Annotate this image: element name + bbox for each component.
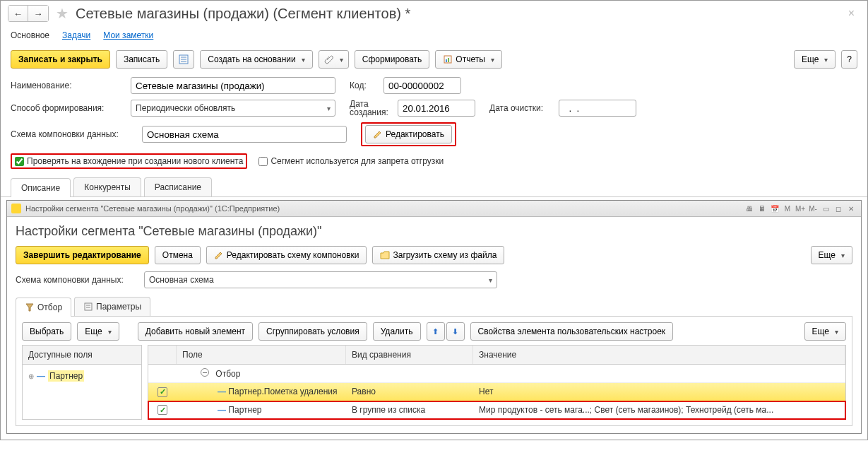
add-new-element-button[interactable]: Добавить новый элемент [138, 322, 253, 341]
reports-button[interactable]: Отчеты [435, 50, 501, 69]
inner-schema-value: Основная схема [149, 275, 214, 285]
row2-val: Мир продуктов - сеть мага...; Свет (сеть… [473, 401, 845, 418]
validate-checkbox-label: Проверять на вхождение при создании ново… [27, 156, 243, 166]
m-plus-button[interactable]: M+ [795, 203, 806, 214]
inner-titlebar-controls: 🖶 🖩 📅 M M+ M- ▭ ◻ ✕ [744, 203, 857, 214]
user-settings-props-button[interactable]: Свойства элемента пользовательских настр… [470, 322, 674, 341]
method-select[interactable]: Периодически обновлять [131, 100, 335, 117]
load-schema-from-file-button[interactable]: Загрузить схему из файла [372, 246, 504, 264]
code-input[interactable] [384, 77, 461, 94]
print-icon[interactable]: 🖶 [744, 203, 755, 214]
collapse-icon[interactable] [201, 368, 209, 377]
move-down-button[interactable]: ⬇ [446, 322, 465, 341]
schema-label: Схема компоновки данных: [11, 129, 136, 139]
favorite-star-icon[interactable]: ★ [56, 5, 69, 22]
available-fields-tree: ⊕ — Партнер [23, 365, 141, 387]
edit-icon [214, 250, 224, 260]
inner-toolbar: Завершить редактирование Отмена Редактир… [16, 246, 852, 264]
edit-composition-schema-button[interactable]: Редактировать схему компоновки [206, 246, 367, 264]
row-checkbox[interactable]: ✓ [157, 405, 167, 415]
available-fields-header: Доступные поля [23, 346, 141, 365]
inner-title: Настройки сегмента "Сетевые магазины (пр… [16, 224, 852, 239]
inner-more-button[interactable]: Еще [811, 246, 852, 264]
cleared-input[interactable] [559, 100, 636, 117]
filter-tab-params[interactable]: Параметры [74, 297, 150, 316]
tab-main[interactable]: Основное [11, 30, 49, 40]
tree-row-partner[interactable]: ⊕ — Партнер [28, 370, 136, 382]
attach-dropdown-button[interactable] [319, 50, 349, 69]
row-method: Способ формирования: Периодически обновл… [1, 97, 867, 119]
method-label: Способ формирования: [11, 103, 125, 113]
subtab-schedule[interactable]: Расписание [144, 177, 212, 196]
load-schema-label: Загрузить схему из файла [393, 250, 497, 260]
tree-label-partner: Партнер [48, 370, 84, 382]
help-button[interactable]: ? [841, 50, 857, 69]
calc-icon[interactable]: 🖩 [756, 203, 768, 214]
ban-checkbox[interactable] [258, 157, 268, 166]
grid-row-partner[interactable]: ✓ — Партнер В группе из списка Мир проду… [148, 401, 845, 420]
name-input[interactable] [131, 77, 335, 94]
delete-button[interactable]: Удалить [373, 322, 421, 341]
save-and-close-button[interactable]: Записать и закрыть [11, 50, 110, 69]
title-bar: ← → ★ Сетевые магазины (продажи) (Сегмен… [1, 1, 867, 26]
schema-input[interactable] [142, 126, 347, 143]
field-icon: — [218, 405, 226, 415]
app-1c-icon [11, 204, 21, 213]
tab-notes[interactable]: Мои заметки [103, 30, 153, 40]
available-fields-pane: Доступные поля ⊕ — Партнер [22, 345, 142, 420]
group-conditions-button[interactable]: Сгруппировать условия [258, 322, 367, 341]
method-value: Периодически обновлять [136, 103, 235, 113]
expand-icon[interactable]: ⊕ [28, 372, 34, 380]
save-button[interactable]: Записать [116, 50, 167, 69]
create-based-on-button[interactable]: Создать на основании [200, 50, 313, 69]
row1-val: Нет [473, 383, 845, 400]
maximize-icon[interactable]: ◻ [833, 203, 844, 214]
name-label: Наименование: [11, 81, 125, 90]
svg-rect-6 [448, 58, 449, 62]
filter-tab-params-label: Параметры [96, 302, 141, 312]
inner-titlebar-text: Настройки сегмента "Сетевые магазины (пр… [25, 204, 280, 213]
row2-field: Партнер [228, 405, 261, 415]
minimize-icon[interactable]: ▭ [820, 203, 831, 214]
edit-schema-button[interactable]: Редактировать [365, 125, 452, 143]
inner-schema-select[interactable]: Основная схема [144, 271, 497, 288]
row-checkboxes: Проверять на вхождение при создании ново… [1, 149, 867, 173]
row-checkbox[interactable]: ✓ [157, 387, 167, 397]
finish-editing-button[interactable]: Завершить редактирование [16, 246, 149, 264]
created-input[interactable] [398, 100, 475, 117]
filter-toolbar: Выбрать Еще Добавить новый элемент Сгруп… [22, 322, 846, 341]
move-up-button[interactable]: ⬆ [427, 322, 445, 341]
m-button[interactable]: M [782, 203, 793, 214]
choose-button[interactable]: Выбрать [22, 322, 71, 341]
grid-header-value: Значение [473, 346, 845, 364]
m-minus-button[interactable]: M- [807, 203, 819, 214]
subtab-competitors[interactable]: Конкуренты [73, 177, 141, 196]
nav-back-button[interactable]: ← [8, 6, 28, 21]
filter-tab-selection[interactable]: Отбор [16, 298, 71, 317]
validate-checkbox-highlight: Проверять на вхождение при создании ново… [11, 153, 247, 169]
svg-rect-5 [446, 59, 447, 62]
nav-forward-button[interactable]: → [28, 6, 48, 21]
cancel-button[interactable]: Отмена [155, 246, 201, 264]
subtab-description[interactable]: Описание [11, 178, 71, 197]
tab-tasks[interactable]: Задачи [62, 30, 90, 40]
split-pane: Доступные поля ⊕ — Партнер Поле [22, 345, 846, 420]
validate-checkbox[interactable] [15, 157, 24, 166]
close-icon[interactable]: × [843, 7, 860, 20]
edit-schema-label: Редактировать [386, 129, 444, 139]
generate-button[interactable]: Сформировать [355, 50, 430, 69]
svg-rect-7 [85, 303, 92, 310]
inner-schema-row: Схема компоновки данных: Основная схема [16, 271, 852, 288]
grid-row-deletion-mark[interactable]: ✓ — Партнер.Пометка удаления Равно Нет [148, 383, 845, 401]
left-more-button[interactable]: Еще [77, 322, 119, 341]
more-button[interactable]: Еще [794, 50, 836, 69]
grid-row-root[interactable]: Отбор [148, 365, 845, 383]
calendar-icon[interactable]: 📅 [769, 203, 780, 214]
filter-tab-selection-label: Отбор [37, 302, 62, 312]
segment-settings-window: Настройки сегмента "Сетевые магазины (пр… [6, 200, 862, 434]
right-more-button[interactable]: Еще [804, 322, 846, 341]
cleared-label: Дата очистки: [489, 103, 553, 113]
filter-body: Выбрать Еще Добавить новый элемент Сгруп… [16, 317, 852, 426]
list-icon-button[interactable] [173, 50, 194, 69]
inner-close-icon[interactable]: ✕ [845, 203, 857, 214]
